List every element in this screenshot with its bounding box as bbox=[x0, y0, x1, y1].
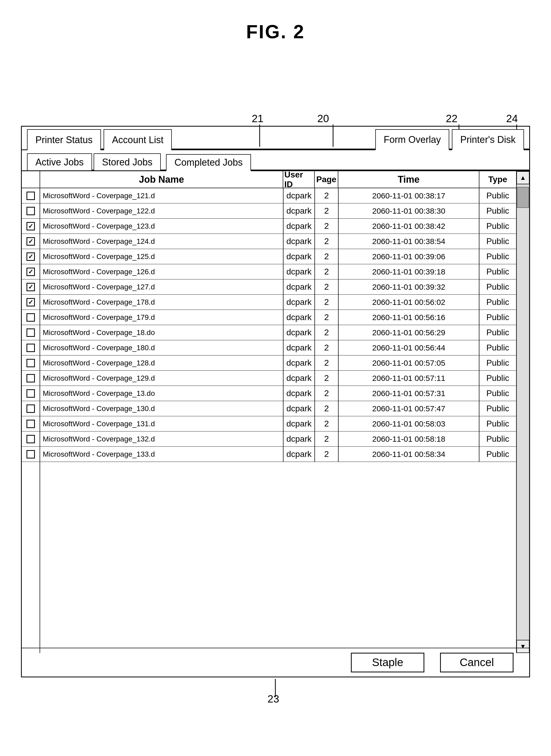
staple-button[interactable]: Staple bbox=[351, 653, 424, 672]
jobs-table: Job Name User ID Page Time Type Microsof… bbox=[40, 171, 516, 653]
cell-jobname: MicrosoftWord - Coverpage_122.d bbox=[40, 203, 284, 218]
tab-printers-disk[interactable]: Printer's Disk bbox=[452, 129, 524, 150]
table-row[interactable]: MicrosoftWord - Coverpage_125.ddcpark220… bbox=[40, 249, 516, 264]
cell-page: 2 bbox=[315, 279, 339, 294]
checkbox-cell[interactable]: ✓ bbox=[22, 249, 40, 264]
cell-userid: dcpark bbox=[284, 295, 315, 310]
tab-stored-jobs[interactable]: Stored Jobs bbox=[94, 153, 161, 170]
checkbox-cell[interactable] bbox=[22, 340, 40, 355]
cell-jobname: MicrosoftWord - Coverpage_130.d bbox=[40, 401, 284, 416]
tab-completed-jobs[interactable]: Completed Jobs bbox=[166, 154, 251, 171]
checkbox-cell[interactable] bbox=[22, 203, 40, 219]
cell-page: 2 bbox=[315, 416, 339, 431]
table-row[interactable]: MicrosoftWord - Coverpage_127.ddcpark220… bbox=[40, 279, 516, 295]
cell-type: Public bbox=[479, 447, 516, 462]
cell-type: Public bbox=[479, 401, 516, 416]
checkbox-cell[interactable]: ✓ bbox=[22, 234, 40, 249]
scroll-track[interactable] bbox=[517, 184, 529, 640]
cell-time: 2060-11-01 00:56:29 bbox=[339, 325, 479, 340]
tab-printer-status[interactable]: Printer Status bbox=[27, 129, 101, 150]
checkbox-icon bbox=[26, 374, 35, 382]
checkbox-cell[interactable] bbox=[22, 355, 40, 371]
table-row[interactable]: MicrosoftWord - Coverpage_133.ddcpark220… bbox=[40, 447, 516, 462]
cell-time: 2060-11-01 00:58:18 bbox=[339, 431, 479, 446]
checkbox-icon bbox=[26, 404, 35, 413]
cell-userid: dcpark bbox=[284, 447, 315, 462]
main-window: Printer Status Account List Form Overlay… bbox=[21, 126, 530, 677]
cell-userid: dcpark bbox=[284, 371, 315, 386]
cell-jobname: MicrosoftWord - Coverpage_121.d bbox=[40, 188, 284, 203]
checkbox-header bbox=[22, 171, 40, 188]
checkbox-cell[interactable] bbox=[22, 416, 40, 431]
table-row[interactable]: MicrosoftWord - Coverpage_132.ddcpark220… bbox=[40, 431, 516, 447]
cell-userid: dcpark bbox=[284, 431, 315, 446]
cell-type: Public bbox=[479, 431, 516, 446]
cell-time: 2060-11-01 00:58:03 bbox=[339, 416, 479, 431]
cell-jobname: MicrosoftWord - Coverpage_180.d bbox=[40, 340, 284, 355]
table-row[interactable]: MicrosoftWord - Coverpage_128.ddcpark220… bbox=[40, 355, 516, 371]
tab-account-list[interactable]: Account List bbox=[104, 129, 172, 150]
cell-type: Public bbox=[479, 203, 516, 218]
table-row[interactable]: MicrosoftWord - Coverpage_130.ddcpark220… bbox=[40, 401, 516, 416]
cancel-button[interactable]: Cancel bbox=[440, 653, 514, 672]
cell-type: Public bbox=[479, 416, 516, 431]
scroll-thumb[interactable] bbox=[517, 187, 529, 208]
cell-time: 2060-11-01 00:58:34 bbox=[339, 447, 479, 462]
checkbox-icon: ✓ bbox=[26, 222, 35, 230]
checkbox-cell[interactable] bbox=[22, 431, 40, 447]
table-area: ✓✓✓✓✓✓ Job Name User ID Page Time Type M… bbox=[22, 171, 529, 653]
table-row[interactable]: MicrosoftWord - Coverpage_180.ddcpark220… bbox=[40, 340, 516, 355]
cell-type: Public bbox=[479, 188, 516, 203]
checkbox-cell[interactable] bbox=[22, 325, 40, 340]
scroll-up-button[interactable]: ▲ bbox=[516, 171, 530, 184]
cell-page: 2 bbox=[315, 325, 339, 340]
checkbox-cell[interactable]: ✓ bbox=[22, 295, 40, 310]
checkbox-cells: ✓✓✓✓✓✓ bbox=[22, 188, 40, 462]
cell-type: Public bbox=[479, 234, 516, 249]
cell-userid: dcpark bbox=[284, 219, 315, 234]
cell-type: Public bbox=[479, 219, 516, 234]
table-row[interactable]: MicrosoftWord - Coverpage_121.ddcpark220… bbox=[40, 188, 516, 203]
cell-jobname: MicrosoftWord - Coverpage_124.d bbox=[40, 234, 284, 249]
tab-form-overlay[interactable]: Form Overlay bbox=[375, 129, 449, 150]
header-type: Type bbox=[479, 171, 516, 188]
cell-time: 2060-11-01 00:38:42 bbox=[339, 219, 479, 234]
checkbox-cell[interactable] bbox=[22, 401, 40, 416]
cell-userid: dcpark bbox=[284, 386, 315, 401]
checkbox-cell[interactable] bbox=[22, 310, 40, 325]
cell-page: 2 bbox=[315, 401, 339, 416]
cell-jobname: MicrosoftWord - Coverpage_178.d bbox=[40, 295, 284, 310]
cell-time: 2060-11-01 00:56:44 bbox=[339, 340, 479, 355]
cell-type: Public bbox=[479, 386, 516, 401]
cell-page: 2 bbox=[315, 264, 339, 279]
table-row[interactable]: MicrosoftWord - Coverpage_123.ddcpark220… bbox=[40, 219, 516, 234]
table-row[interactable]: MicrosoftWord - Coverpage_18.dodcpark220… bbox=[40, 325, 516, 340]
table-row[interactable]: MicrosoftWord - Coverpage_129.ddcpark220… bbox=[40, 371, 516, 386]
checkbox-cell[interactable]: ✓ bbox=[22, 264, 40, 279]
scrollbar: ▲ ▼ bbox=[516, 171, 529, 653]
cell-userid: dcpark bbox=[284, 279, 315, 294]
cell-page: 2 bbox=[315, 371, 339, 386]
cell-type: Public bbox=[479, 371, 516, 386]
table-row[interactable]: MicrosoftWord - Coverpage_124.ddcpark220… bbox=[40, 234, 516, 249]
checkbox-cell[interactable] bbox=[22, 447, 40, 462]
cell-page: 2 bbox=[315, 203, 339, 218]
checkbox-cell[interactable] bbox=[22, 188, 40, 203]
checkbox-cell[interactable]: ✓ bbox=[22, 279, 40, 295]
checkbox-cell[interactable] bbox=[22, 371, 40, 386]
table-row[interactable]: MicrosoftWord - Coverpage_179.ddcpark220… bbox=[40, 310, 516, 325]
bottom-button-area: Staple Cancel bbox=[22, 648, 529, 677]
table-row[interactable]: MicrosoftWord - Coverpage_126.ddcpark220… bbox=[40, 264, 516, 279]
cell-time: 2060-11-01 00:38:30 bbox=[339, 203, 479, 218]
checkbox-cell[interactable] bbox=[22, 386, 40, 401]
cell-page: 2 bbox=[315, 234, 339, 249]
table-row[interactable]: MicrosoftWord - Coverpage_131.ddcpark220… bbox=[40, 416, 516, 431]
table-row[interactable]: MicrosoftWord - Coverpage_178.ddcpark220… bbox=[40, 295, 516, 310]
table-row[interactable]: MicrosoftWord - Coverpage_122.ddcpark220… bbox=[40, 203, 516, 219]
checkbox-cell[interactable]: ✓ bbox=[22, 219, 40, 234]
cell-time: 2060-11-01 00:39:18 bbox=[339, 264, 479, 279]
cell-time: 2060-11-01 00:57:11 bbox=[339, 371, 479, 386]
table-row[interactable]: MicrosoftWord - Coverpage_13.dodcpark220… bbox=[40, 386, 516, 401]
tab-active-jobs[interactable]: Active Jobs bbox=[27, 153, 92, 170]
cell-type: Public bbox=[479, 310, 516, 325]
